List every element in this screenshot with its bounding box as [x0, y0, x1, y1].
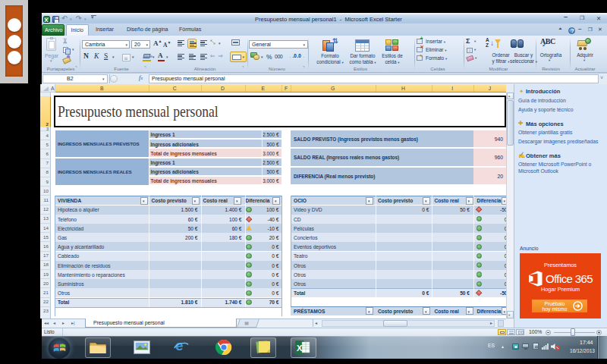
svg-text:X: X	[297, 344, 303, 353]
